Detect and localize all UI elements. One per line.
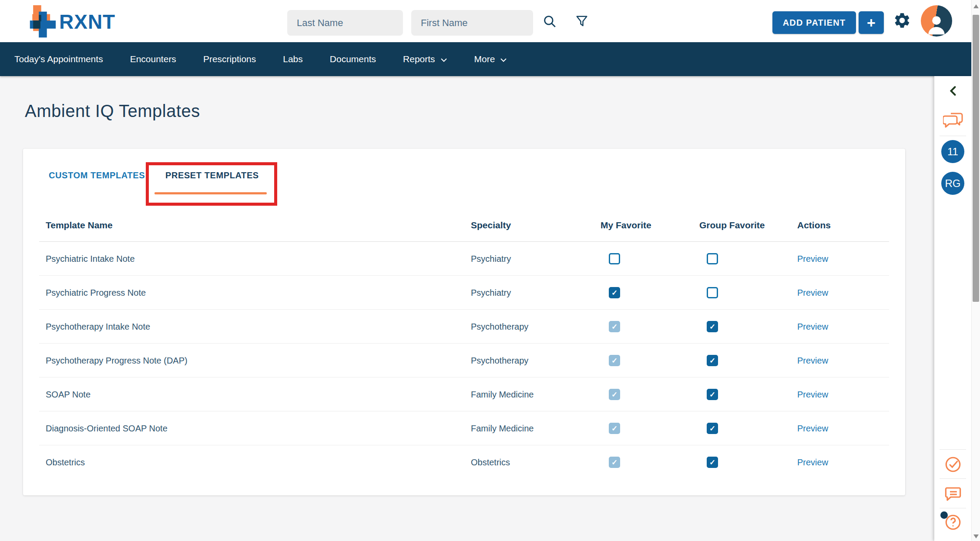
my-favorite-cell: ✓ — [609, 411, 620, 445]
table-header-row: Template Name Specialty My Favorite Grou… — [39, 209, 889, 242]
divider — [940, 449, 966, 450]
user-avatar[interactable] — [921, 5, 952, 37]
group-favorite-checkbox[interactable]: ✓ — [707, 287, 718, 298]
my-favorite-checkbox[interactable]: ✓ — [609, 253, 620, 264]
template-name-cell: Psychiatric Intake Note — [46, 242, 135, 276]
preview-link[interactable]: Preview — [797, 254, 828, 264]
filter-icon[interactable] — [573, 12, 591, 30]
nav-reports[interactable]: Reports — [389, 42, 461, 76]
specialty-cell: Psychiatry — [471, 242, 511, 276]
gear-icon[interactable] — [893, 11, 911, 30]
actions-cell: Preview — [797, 411, 828, 445]
my-favorite-checkbox[interactable]: ✓ — [609, 321, 620, 332]
actions-cell: Preview — [797, 344, 828, 377]
preview-link[interactable]: Preview — [797, 390, 828, 400]
my-favorite-checkbox[interactable]: ✓ — [609, 389, 620, 400]
tab-preset-templates[interactable]: PRESET TEMPLATES — [165, 170, 259, 180]
my-favorite-checkbox[interactable]: ✓ — [609, 423, 620, 434]
page-title: Ambient IQ Templates — [25, 101, 200, 121]
chat-bubbles-button[interactable] — [934, 111, 971, 130]
my-favorite-cell: ✓ — [609, 344, 620, 377]
check-circle-icon — [944, 455, 962, 474]
group-favorite-checkbox[interactable]: ✓ — [707, 457, 718, 468]
group-favorite-checkbox[interactable]: ✓ — [707, 423, 718, 434]
right-sidebar: 11 RG — [934, 76, 971, 541]
col-header-my-favorite: My Favorite — [601, 220, 651, 230]
specialty-cell: Family Medicine — [471, 377, 534, 411]
group-favorite-cell: ✓ — [707, 242, 718, 276]
preview-link[interactable]: Preview — [797, 424, 828, 434]
preview-link[interactable]: Preview — [797, 458, 828, 468]
notification-count-badge[interactable]: 11 — [941, 140, 964, 163]
nav-documents[interactable]: Documents — [316, 42, 389, 76]
col-header-template-name: Template Name — [46, 220, 113, 230]
template-name-cell: Psychiatric Progress Note — [46, 276, 146, 310]
group-favorite-cell: ✓ — [707, 445, 718, 479]
table-row: Psychiatric Progress Note Psychiatry ✓ ✓… — [39, 276, 889, 310]
last-name-input[interactable] — [287, 10, 403, 36]
col-header-group-favorite: Group Favorite — [699, 220, 765, 230]
person-icon — [924, 12, 949, 37]
top-header: RXNT ADD PATIENT + — [0, 0, 971, 42]
nav-prescriptions[interactable]: Prescriptions — [190, 42, 269, 76]
col-header-specialty: Specialty — [471, 220, 511, 230]
preview-link[interactable]: Preview — [797, 288, 828, 298]
my-favorite-checkbox[interactable]: ✓ — [609, 287, 620, 298]
group-favorite-checkbox[interactable]: ✓ — [707, 253, 718, 264]
my-favorite-checkbox[interactable]: ✓ — [609, 457, 620, 468]
actions-cell: Preview — [797, 276, 828, 310]
preview-link[interactable]: Preview — [797, 322, 828, 332]
main-content: Ambient IQ Templates CUSTOM TEMPLATES PR… — [0, 76, 933, 541]
rxnt-logo[interactable]: RXNT — [23, 5, 115, 38]
group-favorite-cell: ✓ — [707, 344, 718, 377]
rxnt-logo-mark — [23, 5, 57, 38]
scrollbar-thumb[interactable] — [973, 15, 979, 302]
scroll-up-arrow[interactable] — [973, 4, 979, 8]
my-favorite-checkbox[interactable]: ✓ — [609, 355, 620, 366]
my-favorite-cell: ✓ — [609, 445, 620, 479]
red-highlight-annotation — [146, 162, 277, 206]
nav-todays-appointments[interactable]: Today's Appointments — [0, 42, 117, 76]
group-favorite-checkbox[interactable]: ✓ — [707, 355, 718, 366]
specialty-cell: Psychiatry — [471, 276, 511, 310]
nav-more[interactable]: More — [461, 42, 521, 76]
actions-cell: Preview — [797, 310, 828, 344]
specialty-cell: Obstetrics — [471, 445, 510, 479]
app-root: RXNT ADD PATIENT + — [0, 0, 980, 541]
first-name-input[interactable] — [411, 10, 533, 36]
specialty-cell: Psychotherapy — [471, 344, 528, 377]
chevron-down-icon — [500, 58, 507, 62]
group-favorite-checkbox[interactable]: ✓ — [707, 321, 718, 332]
template-name-cell: Psychotherapy Intake Note — [46, 310, 150, 344]
add-patient-button[interactable]: ADD PATIENT — [772, 11, 856, 34]
col-header-actions: Actions — [797, 220, 831, 230]
scroll-down-arrow[interactable] — [973, 534, 979, 538]
divider — [940, 478, 966, 479]
my-favorite-cell: ✓ — [609, 310, 620, 344]
group-favorite-cell: ✓ — [707, 310, 718, 344]
group-favorite-cell: ✓ — [707, 411, 718, 445]
my-favorite-cell: ✓ — [609, 377, 620, 411]
nav-encounters[interactable]: Encounters — [117, 42, 190, 76]
feedback-message-button[interactable] — [934, 485, 971, 503]
tab-custom-templates[interactable]: CUSTOM TEMPLATES — [49, 170, 145, 180]
tasks-check-button[interactable] — [934, 455, 971, 474]
help-button[interactable] — [934, 513, 971, 533]
specialty-cell: Psychotherapy — [471, 310, 528, 344]
preview-link[interactable]: Preview — [797, 356, 828, 366]
logo-wordmark: RXNT — [59, 10, 115, 33]
group-favorite-checkbox[interactable]: ✓ — [707, 389, 718, 400]
divider — [940, 508, 966, 508]
actions-cell: Preview — [797, 242, 828, 276]
collapse-sidebar-button[interactable] — [934, 86, 971, 96]
table-row: Psychotherapy Intake Note Psychotherapy … — [39, 310, 889, 344]
search-icon[interactable] — [540, 12, 559, 30]
table-body: Psychiatric Intake Note Psychiatry ✓ ✓ P… — [39, 242, 889, 479]
user-initials-badge[interactable]: RG — [941, 172, 964, 195]
nav-labs[interactable]: Labs — [269, 42, 316, 76]
quick-add-button[interactable]: + — [859, 11, 884, 34]
vertical-scrollbar[interactable] — [971, 0, 980, 541]
main-nav: Today's Appointments Encounters Prescrip… — [0, 42, 971, 76]
group-favorite-cell: ✓ — [707, 377, 718, 411]
table-row: SOAP Note Family Medicine ✓ ✓ Preview — [39, 377, 889, 411]
